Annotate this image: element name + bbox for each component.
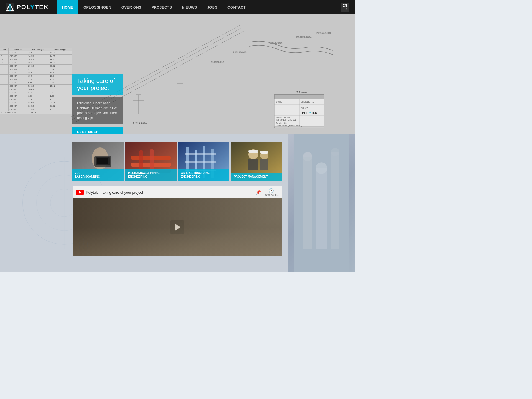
- table-cell: [49, 88, 72, 91]
- service-card-label-3: CIVIL & STRUCTURAL ENGINEERING: [178, 169, 229, 181]
- table-cell: 31.92: [27, 104, 49, 108]
- table-cell: 41.01: [49, 51, 72, 55]
- service-cards: 3D- LASER SCANNING: [0, 142, 355, 181]
- table-cell: -1: [0, 58, 9, 61]
- table-cell: [0, 71, 9, 75]
- table-cell: 41.01: [27, 51, 49, 55]
- svg-rect-81: [248, 159, 258, 170]
- watch-later-label: Later bekij...: [264, 193, 279, 196]
- table-cell: 14.35: [49, 55, 72, 58]
- table-cell: 51.12: [27, 85, 49, 88]
- table-cell: [0, 88, 9, 91]
- table-row: S235JR1.331.33: [0, 94, 72, 98]
- video-top-bar: Polytek - Taking care of your project 📌 …: [73, 186, 282, 198]
- clock-icon: 🕐: [268, 188, 274, 193]
- nav-item-home[interactable]: HOME: [57, 0, 78, 14]
- table-cell: S235JR: [9, 71, 27, 75]
- table-cell: 16.21: [27, 61, 49, 65]
- table-cell: 16.42: [49, 58, 72, 61]
- svg-text:General Arrangement Drawing: General Arrangement Drawing: [276, 124, 302, 127]
- hero-overlay: Taking care of your project Efficiëntie,…: [72, 74, 123, 134]
- hero-read-more-button[interactable]: LEES MEER: [72, 127, 123, 134]
- table-cell: S235JR: [9, 55, 27, 58]
- lang-en-button[interactable]: EN: [343, 4, 347, 7]
- table-cell: [0, 78, 9, 81]
- nav-item-contact[interactable]: CONTACT: [222, 0, 251, 14]
- hero-section: P18127-016 P18127-013 P18127-014 P18127-…: [0, 14, 355, 134]
- table-cell: 144.9: [27, 88, 49, 91]
- svg-text:3D view: 3D view: [296, 91, 307, 94]
- table-cell: 3.33: [27, 91, 49, 94]
- table-cell: S235JR: [9, 108, 27, 111]
- svg-text:P18127-013: P18127-013: [211, 61, 224, 63]
- youtube-play-icon: [79, 191, 81, 194]
- table-cell: 14.35: [27, 55, 49, 58]
- service-card-mechanical[interactable]: MECHANICAL & PIPING ENGINEERING: [125, 142, 177, 181]
- nav-item-nieuws[interactable]: NIEUWS: [177, 0, 202, 14]
- video-watch-later[interactable]: 🕐 Later bekij...: [264, 188, 279, 196]
- service-card-label-2: MECHANICAL & PIPING ENGINEERING: [125, 169, 177, 181]
- video-main[interactable]: POLYTEK RATION UTILITY 0005-F01 12-92S13…: [73, 198, 282, 256]
- table-cell: 9.37: [49, 81, 72, 85]
- table-cell: S235JR: [9, 61, 27, 65]
- nav-item-projects[interactable]: PROJECTS: [146, 0, 177, 14]
- table-cell: [0, 75, 9, 78]
- service-card-project-mgmt[interactable]: PROJECT MANAGEMENT: [231, 142, 282, 181]
- table-cell: 11.8: [49, 98, 72, 101]
- table-header-total-weight: Total weight: [49, 48, 72, 51]
- video-container: Polytek - Taking care of your project 📌 …: [73, 186, 282, 255]
- video-blueprint-overlay: POLYTEK RATION UTILITY 0005-F01 12-92S13…: [76, 231, 131, 254]
- table-cell: 5.53: [27, 68, 49, 71]
- svg-text:P18127: P18127: [301, 107, 308, 109]
- svg-text:Drawing number: Drawing number: [276, 117, 290, 119]
- table-cell: S235JR: [9, 91, 27, 94]
- svg-text:Drawing title: Drawing title: [276, 122, 287, 124]
- table-row: -1S235JR16.4216.42: [0, 58, 72, 61]
- table-row: S235JR13.513.5: [0, 71, 72, 75]
- table-cell: S235JR: [9, 75, 27, 78]
- table-cell: 19.5: [49, 75, 72, 78]
- logo[interactable]: POLYTEK: [6, 3, 49, 12]
- youtube-icon: [76, 190, 84, 195]
- table-cell: [0, 68, 9, 71]
- hero-title-box: Taking care of your project: [72, 74, 123, 95]
- table-cell: S235JR: [9, 81, 27, 85]
- navbar: POLYTEK HOME OPLOSSINGEN OVER ONS PROJEC…: [0, 0, 355, 14]
- table-cell: 151.2: [49, 85, 72, 88]
- service-card-civil[interactable]: CIVIL & STRUCTURAL ENGINEERING: [178, 142, 229, 181]
- table-row: S235JR11.5311.5: [0, 108, 72, 111]
- table-cell: 31.96: [49, 101, 72, 104]
- lang-fr-button[interactable]: FR: [343, 7, 347, 11]
- table-cell: 11.5: [49, 108, 72, 111]
- svg-text:P18127-1094: P18127-1094: [296, 36, 311, 39]
- table-cell: 1.33: [49, 94, 72, 98]
- video-title: Polytek - Taking care of your project: [86, 190, 253, 195]
- table-cell: 9.15: [27, 81, 49, 85]
- svg-rect-75: [185, 161, 216, 163]
- svg-text:ENGINEERING: ENGINEERING: [301, 101, 314, 103]
- table-cell: S235JR: [9, 68, 27, 71]
- nav-item-over-ons[interactable]: OVER ONS: [116, 0, 147, 14]
- nav-item-oplossingen[interactable]: OPLOSSINGEN: [78, 0, 116, 14]
- table-cell: 29.62: [49, 65, 72, 68]
- table-row: S235JR51.12151.2: [0, 85, 72, 88]
- pin-icon[interactable]: 📌: [255, 190, 261, 195]
- table-cell: [0, 98, 9, 101]
- table-cell: [0, 51, 9, 55]
- table-cell: [0, 104, 9, 108]
- svg-text:P18127-016: P18127-016: [233, 51, 246, 54]
- service-card-laser-scanning[interactable]: 3D- LASER SCANNING: [72, 142, 124, 181]
- table-row: S235JR9.159.37: [0, 81, 72, 85]
- table-cell: [0, 94, 9, 98]
- table-cell: S235JR: [9, 104, 27, 108]
- svg-text:0005-F01: 0005-F01: [79, 242, 80, 249]
- table-cell: 19.5: [27, 75, 49, 78]
- table-cell: 31.92: [49, 104, 72, 108]
- svg-rect-80: [248, 150, 258, 153]
- svg-rect-74: [185, 153, 216, 155]
- table-row: S235JR41.0141.01: [0, 51, 72, 55]
- nav-item-jobs[interactable]: JOBS: [202, 0, 222, 14]
- combined-total-value: 1293.01: [27, 111, 49, 114]
- table-header-on: on: [0, 48, 9, 51]
- table-cell: 29.62: [27, 65, 49, 68]
